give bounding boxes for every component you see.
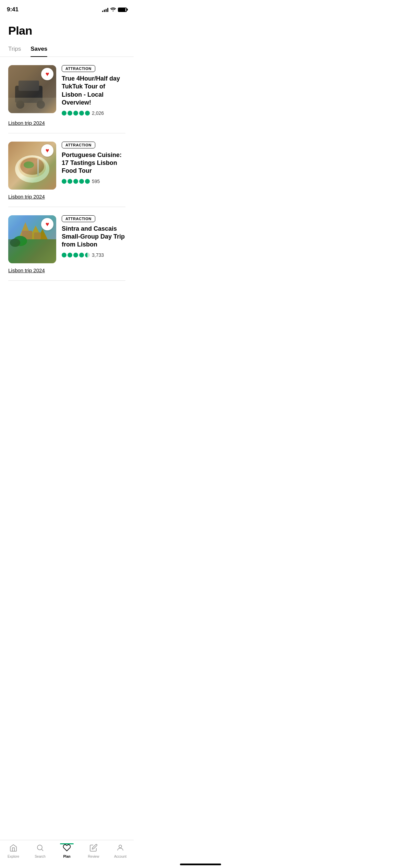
rating-dot: [68, 253, 72, 257]
rating-row: 3,733: [62, 252, 125, 258]
trip-link-1[interactable]: Lisbon trip 2024: [8, 120, 45, 126]
attraction-card: ♥ ATTRACTION Sintra and Cascais Small-Gr…: [8, 207, 125, 281]
svg-rect-11: [37, 159, 39, 176]
rating-count: 3,733: [92, 252, 104, 258]
page-title: Plan: [8, 24, 125, 37]
rating-dot: [73, 111, 78, 116]
rating-row: 2,026: [62, 110, 125, 116]
card-main-row: ♥ ATTRACTION Portuguese Cuisine: 17 Tast…: [8, 142, 125, 190]
battery-icon: [118, 8, 127, 12]
attraction-card: ♥ ATTRACTION Portuguese Cuisine: 17 Tast…: [8, 133, 125, 207]
rating-dot: [62, 253, 66, 257]
card-title[interactable]: True 4Hour/Half day TukTuk Tour of Lisbo…: [62, 75, 125, 107]
rating-dot: [62, 111, 66, 116]
attraction-badge: ATTRACTION: [62, 142, 95, 148]
signal-icon: [102, 7, 108, 12]
heart-icon: ♥: [46, 147, 49, 154]
page-header: Plan: [0, 17, 134, 40]
svg-rect-5: [8, 98, 56, 113]
rating-dots: [62, 179, 90, 184]
status-time: 9:41: [7, 6, 19, 13]
rating-dot: [85, 179, 90, 184]
heart-icon: ♥: [46, 221, 49, 227]
trip-link-2[interactable]: Lisbon trip 2024: [8, 194, 45, 200]
card-content: ATTRACTION Portuguese Cuisine: 17 Tastin…: [62, 142, 125, 184]
save-heart-button-2[interactable]: ♥: [41, 144, 53, 157]
card-content: ATTRACTION Sintra and Cascais Small-Grou…: [62, 215, 125, 258]
card-title[interactable]: Sintra and Cascais Small-Group Day Trip …: [62, 225, 125, 249]
svg-point-20: [10, 239, 20, 247]
tabs-container: Trips Saves: [0, 40, 134, 57]
svg-rect-2: [19, 81, 39, 91]
tab-saves[interactable]: Saves: [31, 46, 47, 57]
rating-dot: [79, 111, 84, 116]
rating-dot: [62, 179, 66, 184]
rating-dot: [73, 253, 78, 257]
attraction-badge: ATTRACTION: [62, 215, 95, 222]
status-bar: 9:41: [0, 0, 134, 17]
trip-link-3[interactable]: Lisbon trip 2024: [8, 267, 45, 273]
rating-dot: [79, 253, 84, 257]
card-image-wrap: ♥: [8, 215, 56, 263]
save-heart-button-1[interactable]: ♥: [41, 68, 53, 80]
card-image-wrap: ♥: [8, 142, 56, 190]
rating-row: 595: [62, 179, 125, 184]
svg-rect-18: [34, 232, 41, 239]
rating-dot: [79, 179, 84, 184]
status-icons: [102, 7, 127, 12]
card-content: ATTRACTION True 4Hour/Half day TukTuk To…: [62, 65, 125, 116]
rating-dot: [68, 111, 72, 116]
card-image-wrap: ♥: [8, 65, 56, 113]
card-main-row: ♥ ATTRACTION Sintra and Cascais Small-Gr…: [8, 215, 125, 263]
wifi-icon: [110, 7, 116, 12]
rating-dots: [62, 111, 90, 116]
card-title[interactable]: Portuguese Cuisine: 17 Tastings Lisbon F…: [62, 151, 125, 175]
rating-count: 2,026: [92, 110, 104, 116]
rating-dot: [73, 179, 78, 184]
tab-trips[interactable]: Trips: [8, 46, 21, 57]
card-main-row: ♥ ATTRACTION True 4Hour/Half day TukTuk …: [8, 65, 125, 116]
attraction-card: ♥ ATTRACTION True 4Hour/Half day TukTuk …: [8, 57, 125, 133]
save-heart-button-3[interactable]: ♥: [41, 218, 53, 230]
heart-icon: ♥: [46, 71, 49, 77]
attraction-badge: ATTRACTION: [62, 65, 95, 72]
rating-dot-half: [85, 253, 90, 257]
rating-count: 595: [92, 179, 100, 184]
content: ♥ ATTRACTION True 4Hour/Half day TukTuk …: [0, 57, 134, 281]
rating-dot: [85, 111, 90, 116]
svg-point-10: [24, 161, 34, 168]
rating-dots: [62, 253, 90, 257]
rating-dot: [68, 179, 72, 184]
